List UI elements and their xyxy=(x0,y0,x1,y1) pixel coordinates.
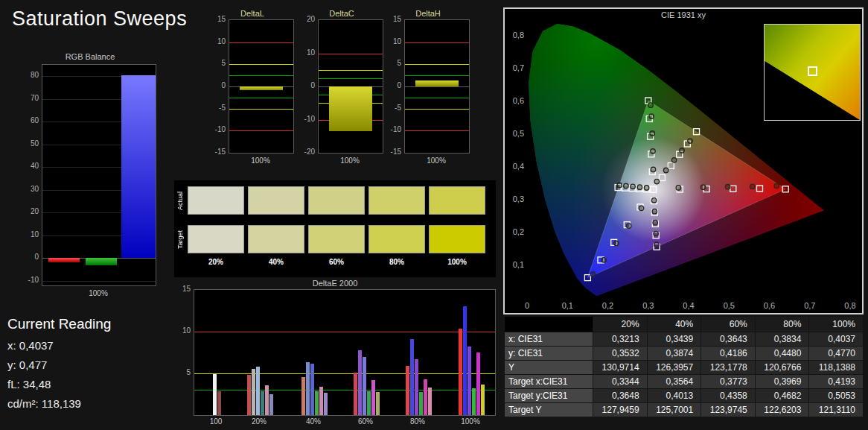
delta-h-chart: DeltaH 151050-5-10-15 100% xyxy=(385,9,471,176)
deltae-bar xyxy=(415,359,418,415)
swatch-actual xyxy=(368,186,425,215)
table-cell: 0,3643 xyxy=(701,332,755,346)
measurement-table: 20%40%60%80%100%x: CIE310,32130,34390,36… xyxy=(504,316,864,417)
rgb-bar-red xyxy=(48,258,80,262)
cie-measured-point xyxy=(654,179,659,183)
axis-tick-label: 5 xyxy=(174,368,191,376)
ref-line xyxy=(194,332,495,332)
deltae-bar xyxy=(213,374,217,415)
deltae-bar xyxy=(301,377,305,416)
cie-measured-point xyxy=(725,185,730,189)
cie-1931-chart: CIE 1931 xy 00,10,20,30,40,50,60,70,80,1… xyxy=(503,7,864,314)
deltae-bar xyxy=(476,352,480,415)
cie-1931-title: CIE 1931 xy xyxy=(505,10,862,19)
table-cell: 130,9714 xyxy=(593,361,647,374)
swatch-target xyxy=(429,225,485,253)
table-cell: 0,3648 xyxy=(593,389,647,402)
table-cell: 0,3439 xyxy=(648,332,701,346)
cie-measured-point xyxy=(627,224,631,228)
axis-tick-label: 0,6 xyxy=(764,301,775,310)
table-cell: 0,4358 xyxy=(701,389,755,402)
swatch-column-label: 80% xyxy=(368,258,425,266)
table-row-label: Y xyxy=(505,361,593,374)
axis-tick-label: 50 xyxy=(22,139,39,148)
swatch-row-label-target: Target xyxy=(176,225,185,253)
swatch-target xyxy=(368,225,425,253)
deltae-bar xyxy=(354,373,357,415)
table-header-cell xyxy=(505,317,593,332)
deltae-bar xyxy=(247,375,251,415)
ref-line xyxy=(319,70,383,71)
cie-measured-point xyxy=(639,206,643,210)
deltae-bar xyxy=(269,394,273,415)
table-cell: 120,6766 xyxy=(756,361,809,374)
deltae-bar xyxy=(306,362,310,415)
axis-tick-label: 0 xyxy=(22,253,39,261)
axis-tick-label: -5 xyxy=(209,104,226,112)
delta-h-title: DeltaH xyxy=(385,9,471,18)
delta-l-title: DeltaL xyxy=(209,9,296,18)
ref-line xyxy=(194,373,495,374)
cie-measured-point xyxy=(688,139,692,143)
delta-h-plot xyxy=(404,19,470,154)
cie-measured-point xyxy=(637,185,642,189)
deltae-bar xyxy=(481,385,485,415)
deltae-bar xyxy=(419,392,423,415)
axis-tick-label: 10 xyxy=(385,37,401,45)
delta-bar xyxy=(240,86,283,90)
table-cell: 0,4682 xyxy=(756,389,809,402)
cie-data-table: 20%40%60%80%100%x: CIE310,32130,34390,36… xyxy=(504,316,864,417)
table-row-label: x: CIE31 xyxy=(505,332,593,346)
swatch-column-label: 100% xyxy=(429,258,485,266)
table-cell: 0,4037 xyxy=(809,332,863,346)
table-cell: 123,9745 xyxy=(701,403,755,417)
cie-measured-point xyxy=(650,131,654,136)
axis-tick-label: 5 xyxy=(385,59,401,67)
delta-e-2000-chart: DeltaE 2000 15105 10020%40%60%80%100% xyxy=(174,279,496,430)
swatch-row-label-actual: Actual xyxy=(176,186,185,215)
axis-tick-label: 0,1 xyxy=(513,260,524,269)
deltae-bar xyxy=(217,391,221,416)
ref-line xyxy=(229,130,293,131)
axis-tick-label: 100 xyxy=(198,417,234,426)
swatch-target xyxy=(308,225,365,253)
cie-measured-point xyxy=(651,149,655,154)
axis-tick-label: 0,4 xyxy=(513,162,524,171)
axis-tick-label: 20% xyxy=(241,417,277,426)
page-title: Saturation Sweeps xyxy=(12,7,187,31)
cie-zoom-inset xyxy=(764,24,861,121)
current-reading-heading: Current Reading xyxy=(7,316,167,332)
delta-c-plot xyxy=(318,19,383,154)
axis-tick-label: 10 xyxy=(299,48,315,57)
delta-h-x-label: 100% xyxy=(404,156,468,165)
table-cell: 121,3110 xyxy=(809,403,863,417)
ref-line xyxy=(405,98,469,98)
table-header-cell: 80% xyxy=(756,317,809,332)
axis-tick-label: 0 xyxy=(299,81,315,89)
delta-bar xyxy=(415,80,459,86)
axis-tick-label: 0,5 xyxy=(724,301,735,310)
axis-tick-label: 0,8 xyxy=(513,31,524,39)
axis-tick-label: 0,3 xyxy=(642,301,654,310)
deltae-bar xyxy=(463,306,467,415)
axis-tick-label: 5 xyxy=(209,59,226,67)
delta-c-title: DeltaC xyxy=(299,9,385,18)
table-cell: 0,4186 xyxy=(701,347,755,360)
cie-measured-point xyxy=(617,183,622,187)
delta-l-x-label: 100% xyxy=(229,156,293,165)
deltae-bar xyxy=(324,393,328,415)
table-cell: 118,1388 xyxy=(809,361,863,374)
cie-measured-point xyxy=(676,186,680,190)
table-row-label: Target x:CIE31 xyxy=(505,375,593,388)
axis-tick-label: 0,5 xyxy=(513,129,524,138)
swatch-target xyxy=(188,225,244,253)
axis-tick-label: -5 xyxy=(385,104,401,112)
current-reading-cd: cd/m²: 118,139 xyxy=(7,397,167,410)
delta-c-x-label: 100% xyxy=(318,156,382,165)
deltae-bar xyxy=(459,329,462,416)
table-row-label: y: CIE31 xyxy=(505,347,593,360)
cie-measured-point xyxy=(644,186,648,190)
table-cell: 0,3969 xyxy=(756,375,809,388)
deltae-bar xyxy=(315,391,319,416)
table-header-cell: 60% xyxy=(701,317,755,332)
